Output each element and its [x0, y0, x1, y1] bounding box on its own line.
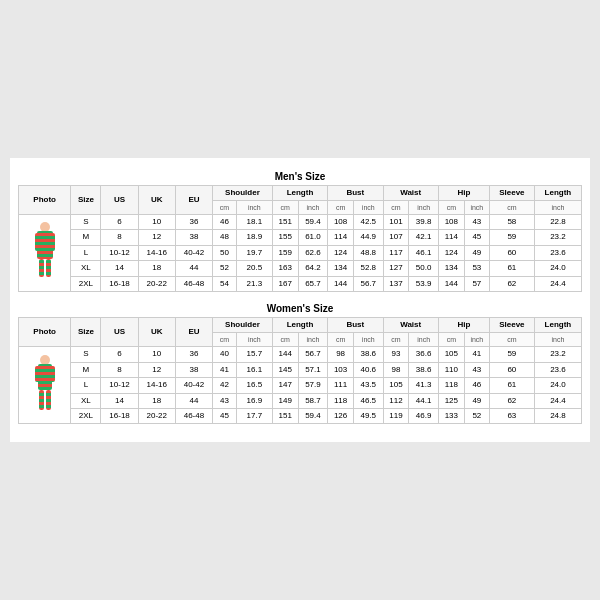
table-row: 2XL 16-18 20-22 46-48 45 17.7 151 59.4 1…	[19, 409, 582, 424]
len-cm: cm	[272, 200, 298, 214]
us-header: US	[101, 185, 138, 214]
sh-cm-cell: 52	[213, 261, 237, 276]
hip-cm-cell: 144	[438, 276, 464, 291]
bust-cm-cell: 126	[328, 409, 354, 424]
sh-in-cell: 17.7	[236, 409, 272, 424]
sl-cm-cell: 61	[489, 378, 534, 393]
len-in-cell: 58.7	[298, 393, 327, 408]
eu-cell: 46-48	[175, 409, 212, 424]
waist-in-cell: 50.0	[409, 261, 438, 276]
hip-in-cell: 49	[464, 245, 489, 260]
sl-in-cell: 23.2	[534, 230, 581, 245]
w-length-header: Length	[272, 318, 327, 333]
sl-cm: cm	[489, 200, 534, 214]
sh-cm-cell: 48	[213, 230, 237, 245]
waist-in-cell: 36.6	[409, 347, 438, 362]
us-cell: 8	[101, 230, 138, 245]
womens-size-table: Photo Size US UK EU Shoulder Length Bust…	[18, 317, 582, 424]
w-size-header: Size	[71, 318, 101, 347]
bust-in-cell: 44.9	[354, 230, 383, 245]
svg-rect-11	[48, 233, 55, 251]
hip-in-cell: 52	[464, 409, 489, 424]
sl-in-cell: 23.2	[534, 347, 581, 362]
bust-cm: cm	[328, 200, 354, 214]
w-sleeve-header: Sleeve	[489, 318, 534, 333]
len-in-cell: 61.0	[298, 230, 327, 245]
bust-in-cell: 46.5	[354, 393, 383, 408]
sl-cm-cell: 61	[489, 261, 534, 276]
hip-cm-cell: 114	[438, 230, 464, 245]
sl-cm-cell: 63	[489, 409, 534, 424]
len-cm-cell: 167	[272, 276, 298, 291]
hip-cm-cell: 105	[438, 347, 464, 362]
hip-cm-cell: 110	[438, 362, 464, 377]
us-cell: 14	[101, 261, 138, 276]
sl-in-cell: 23.6	[534, 245, 581, 260]
w-sh-cm: cm	[213, 333, 237, 347]
sh-in-cell: 15.7	[236, 347, 272, 362]
svg-rect-19	[49, 366, 55, 382]
sl-cm-cell: 62	[489, 393, 534, 408]
w-us-header: US	[101, 318, 138, 347]
photo-cell	[19, 215, 71, 292]
waist-cm-cell: 127	[383, 261, 409, 276]
bust-in-cell: 56.7	[354, 276, 383, 291]
len-in-cell: 56.7	[298, 347, 327, 362]
len-in-cell: 64.2	[298, 261, 327, 276]
hip-in-cell: 53	[464, 261, 489, 276]
sh-cm-cell: 50	[213, 245, 237, 260]
svg-rect-20	[39, 390, 44, 410]
waist-in-cell: 46.1	[409, 245, 438, 260]
uk-cell: 10	[138, 215, 175, 230]
mens-title: Men's Size	[18, 168, 582, 185]
bust-cm-cell: 111	[328, 378, 354, 393]
len-cm-cell: 163	[272, 261, 298, 276]
w-photo-header: Photo	[19, 318, 71, 347]
waist-cm-cell: 107	[383, 230, 409, 245]
hip-cm-cell: 133	[438, 409, 464, 424]
sh-cm-cell: 45	[213, 409, 237, 424]
sl-in-cell: 24.0	[534, 261, 581, 276]
waist-in-cell: 42.1	[409, 230, 438, 245]
photo-header: Photo	[19, 185, 71, 214]
waist-in-cell: 41.3	[409, 378, 438, 393]
sl-cm-cell: 58	[489, 215, 534, 230]
sh-in-cell: 16.1	[236, 362, 272, 377]
w-waist-cm: cm	[383, 333, 409, 347]
w-hip-cm: cm	[438, 333, 464, 347]
sh-cm-cell: 54	[213, 276, 237, 291]
hip-header: Hip	[438, 185, 489, 200]
hip-in-cell: 45	[464, 230, 489, 245]
uk-cell: 20-22	[138, 276, 175, 291]
hip-cm: cm	[438, 200, 464, 214]
hip-cm-cell: 134	[438, 261, 464, 276]
len-in-cell: 57.1	[298, 362, 327, 377]
hip-in-cell: 43	[464, 215, 489, 230]
womens-title: Women's Size	[18, 300, 582, 317]
waist-in-cell: 38.6	[409, 362, 438, 377]
len-cm-cell: 151	[272, 409, 298, 424]
sh-in-cell: 18.1	[236, 215, 272, 230]
sh-cm-cell: 46	[213, 215, 237, 230]
len-inch: inch	[298, 200, 327, 214]
sl-cm-cell: 60	[489, 245, 534, 260]
hip-cm-cell: 125	[438, 393, 464, 408]
sl-in-cell: 23.6	[534, 362, 581, 377]
size-cell: XL	[71, 393, 101, 408]
sl-in-cell: 22.8	[534, 215, 581, 230]
us-cell: 6	[101, 215, 138, 230]
waist-in-cell: 53.9	[409, 276, 438, 291]
table-row: M 8 12 38 41 16.1 145 57.1 103 40.6 98 3…	[19, 362, 582, 377]
len-in-cell: 62.6	[298, 245, 327, 260]
sh-in-cell: 16.9	[236, 393, 272, 408]
uk-cell: 18	[138, 393, 175, 408]
sl-cm-cell: 62	[489, 276, 534, 291]
womens-header-row: Photo Size US UK EU Shoulder Length Bust…	[19, 318, 582, 333]
waist-inch: inch	[409, 200, 438, 214]
eu-cell: 38	[175, 362, 212, 377]
waist-cm-cell: 98	[383, 362, 409, 377]
w-hip-header: Hip	[438, 318, 489, 333]
len-in-cell: 59.4	[298, 215, 327, 230]
len-cm-cell: 151	[272, 215, 298, 230]
us-cell: 16-18	[101, 409, 138, 424]
